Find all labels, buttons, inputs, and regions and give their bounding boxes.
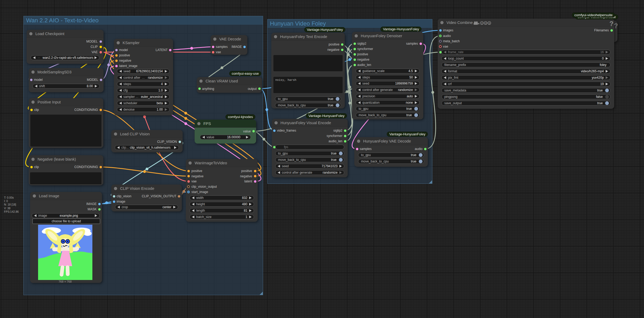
svg-text:S: S bbox=[489, 22, 490, 24]
svg-text:H: H bbox=[485, 22, 486, 24]
svg-text:V: V bbox=[481, 22, 483, 24]
